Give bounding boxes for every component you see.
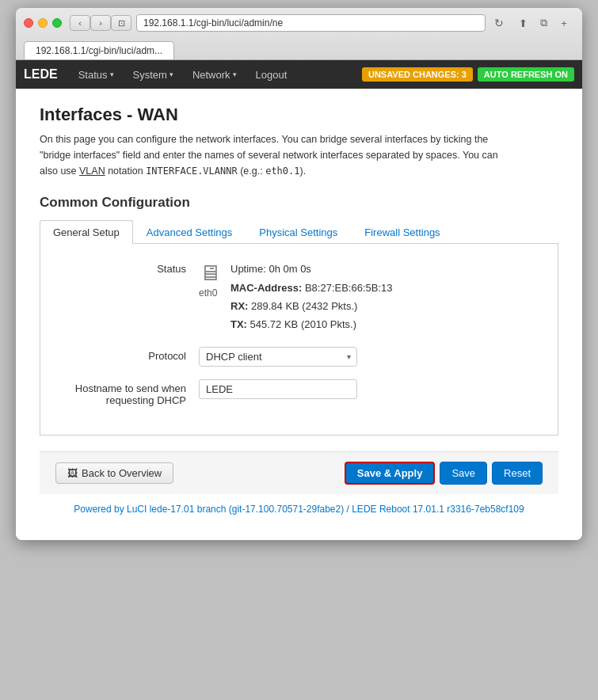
tab-advanced-settings[interactable]: Advanced Settings xyxy=(133,220,246,244)
navbar-brand: LEDE xyxy=(24,67,58,82)
status-rx: RX: 289.84 KB (2432 Pkts.) xyxy=(230,297,393,315)
reset-button[interactable]: Reset xyxy=(492,462,543,485)
browser-chrome: ‹ › ⊡ 192.168.1.1/cgi-bin/luci/admin/ne … xyxy=(16,8,582,60)
status-row: Status 🖥 eth0 Uptime: 0h 0m 0s MAC-Addre… xyxy=(56,260,542,334)
status-label: Status xyxy=(56,260,199,275)
common-config-title: Common Configuration xyxy=(40,195,558,211)
back-to-overview-button[interactable]: 🖼 Back to Overview xyxy=(55,462,173,484)
protocol-label: Protocol xyxy=(56,347,199,362)
hostname-input[interactable] xyxy=(199,379,357,399)
protocol-row: Protocol DHCP client Static address Unma… xyxy=(56,347,542,367)
status-eth: eth0 xyxy=(199,287,221,299)
footer-bar: 🖼 Back to Overview Save & Apply Save Res… xyxy=(40,451,558,494)
overview-icon: 🖼 xyxy=(67,467,78,479)
window-layout-button[interactable]: ⊡ xyxy=(111,15,131,31)
hostname-label: Hostname to send when requesting DHCP xyxy=(56,379,199,406)
tab-firewall-settings[interactable]: Firewall Settings xyxy=(351,220,453,244)
auto-refresh-badge: AUTO REFRESH ON xyxy=(478,67,574,82)
status-block: 🖥 eth0 Uptime: 0h 0m 0s MAC-Address: B8:… xyxy=(199,260,542,334)
powered-by: Powered by LuCI lede-17.01 branch (git-1… xyxy=(40,494,558,524)
footer-right-buttons: Save & Apply Save Reset xyxy=(345,462,543,485)
protocol-select[interactable]: DHCP client Static address Unmanaged PPP… xyxy=(199,347,357,367)
browser-window: ‹ › ⊡ 192.168.1.1/cgi-bin/luci/admin/ne … xyxy=(16,8,582,540)
vlan-link[interactable]: VLAN xyxy=(79,165,105,177)
traffic-lights xyxy=(24,18,62,28)
status-mac: MAC-Address: B8:27:EB:66:5B:13 xyxy=(230,279,393,297)
chevron-down-icon: ▾ xyxy=(110,70,114,78)
protocol-control: DHCP client Static address Unmanaged PPP… xyxy=(199,347,542,367)
refresh-button[interactable]: ↻ xyxy=(490,14,508,32)
status-uptime: Uptime: 0h 0m 0s xyxy=(230,260,393,278)
navbar-item-network[interactable]: Network ▾ xyxy=(185,64,245,86)
unsaved-changes-badge: UNSAVED CHANGES: 3 xyxy=(362,67,473,82)
hostname-row: Hostname to send when requesting DHCP xyxy=(56,379,542,406)
tab-button[interactable]: ⧉ xyxy=(533,15,554,31)
status-details: Uptime: 0h 0m 0s MAC-Address: B8:27:EB:6… xyxy=(230,260,393,334)
back-nav-button[interactable]: ‹ xyxy=(70,15,90,31)
new-tab-button[interactable]: + xyxy=(554,15,574,31)
tab-content-general: Status 🖥 eth0 Uptime: 0h 0m 0s MAC-Addre… xyxy=(40,244,558,436)
config-tabs: General Setup Advanced Settings Physical… xyxy=(40,220,558,244)
active-tab[interactable]: 192.168.1.1/cgi-bin/luci/adm... xyxy=(24,41,174,59)
protocol-select-wrapper: DHCP client Static address Unmanaged PPP… xyxy=(199,347,357,367)
close-icon[interactable] xyxy=(24,18,33,28)
maximize-icon[interactable] xyxy=(52,18,62,28)
navbar-badges: UNSAVED CHANGES: 3 AUTO REFRESH ON xyxy=(362,67,574,82)
save-button[interactable]: Save xyxy=(440,462,487,485)
page-title: Interfaces - WAN xyxy=(40,105,558,125)
save-apply-button[interactable]: Save & Apply xyxy=(345,462,436,485)
hostname-control xyxy=(199,379,542,399)
page-description: On this page you can configure the netwo… xyxy=(40,131,558,179)
browser-tabs: 192.168.1.1/cgi-bin/luci/adm... xyxy=(24,37,574,59)
status-tx: TX: 545.72 KB (2010 Pkts.) xyxy=(230,315,393,333)
share-button[interactable]: ⬆ xyxy=(512,15,533,31)
navbar-menu: Status ▾ System ▾ Network ▾ Logout xyxy=(70,64,362,86)
tab-general-setup[interactable]: General Setup xyxy=(40,220,133,244)
navbar-item-logout[interactable]: Logout xyxy=(248,64,295,86)
chevron-down-icon: ▾ xyxy=(169,70,173,78)
minimize-icon[interactable] xyxy=(38,18,48,28)
address-bar[interactable]: 192.168.1.1/cgi-bin/luci/admin/ne xyxy=(136,14,486,32)
tab-physical-settings[interactable]: Physical Settings xyxy=(246,220,351,244)
navbar: LEDE Status ▾ System ▾ Network ▾ Logout xyxy=(16,60,582,89)
navbar-item-status[interactable]: Status ▾ xyxy=(70,64,122,86)
navbar-item-system[interactable]: System ▾ xyxy=(125,64,181,86)
main-body: Interfaces - WAN On this page you can co… xyxy=(16,89,582,540)
network-device-icon: 🖥 xyxy=(199,260,221,286)
powered-by-link[interactable]: Powered by LuCI lede-17.01 branch (git-1… xyxy=(74,504,524,515)
chevron-down-icon: ▾ xyxy=(233,70,237,78)
page-content: LEDE Status ▾ System ▾ Network ▾ Logout xyxy=(16,60,582,540)
forward-nav-button[interactable]: › xyxy=(90,15,111,31)
